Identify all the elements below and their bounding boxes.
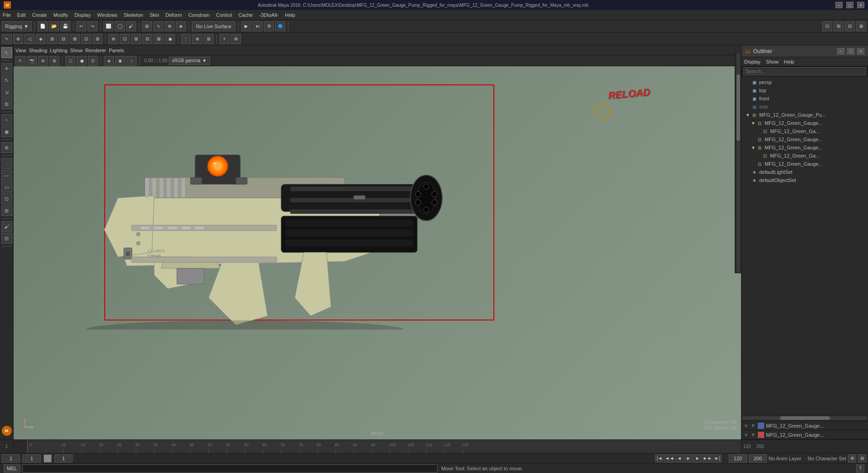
menu-control[interactable]: Control xyxy=(216,12,232,18)
snap-curve-btn[interactable]: ∿ xyxy=(153,21,163,31)
tool13-btn[interactable]: ⊟ xyxy=(142,34,152,44)
tool18-btn[interactable]: ⊞ xyxy=(204,34,214,44)
menu-cache[interactable]: Cache xyxy=(239,12,253,18)
vp-wireframe-btn[interactable]: ◻ xyxy=(65,56,75,66)
vertex-tool[interactable]: · xyxy=(1,158,12,169)
layout-btn[interactable]: ⊟ xyxy=(845,21,855,31)
tree-item-mfg-child2[interactable]: ⊡ MFG_12_Green_Gauge... xyxy=(741,135,868,143)
current-frame-input[interactable] xyxy=(2,454,20,463)
lasso-mode-btn[interactable]: ◯ xyxy=(115,21,125,31)
select-mode-btn[interactable]: ⬜ xyxy=(103,21,113,31)
redo-btn[interactable]: ↪ xyxy=(88,21,98,31)
vp-menu-view[interactable]: View xyxy=(15,48,26,53)
render-toggle-2[interactable]: P xyxy=(751,432,756,438)
snap-view-btn[interactable]: ◈ xyxy=(176,21,186,31)
uv-tool[interactable]: ⊡ xyxy=(1,193,12,204)
outliner-close-btn[interactable]: × xyxy=(857,48,864,54)
lattice-tool[interactable]: ⊟ xyxy=(1,233,12,244)
vp-grid-btn[interactable]: ⊞ xyxy=(49,56,59,66)
menu-help[interactable]: Help xyxy=(285,12,295,18)
color-profile-dropdown[interactable]: sRGB gamma ▼ xyxy=(169,57,210,65)
snap-grid-btn[interactable]: ⊞ xyxy=(142,21,152,31)
show-manip[interactable]: ⊕ xyxy=(1,142,12,153)
out-menu-show[interactable]: Show xyxy=(766,59,779,64)
vscrollbar-thumb[interactable] xyxy=(736,74,740,140)
menu-windows[interactable]: Windows xyxy=(97,12,117,18)
color-box-btn[interactable] xyxy=(44,454,52,463)
tree-item-front[interactable]: ▣ front xyxy=(741,94,868,103)
tree-item-top[interactable]: ▣ top xyxy=(741,86,868,94)
tree-item-mfg-group[interactable]: ▼ ⊞ MFG_12_Green_Gauge_Pu... xyxy=(741,111,868,119)
menu-edit[interactable]: Edit xyxy=(17,12,26,18)
command-input[interactable] xyxy=(23,465,438,472)
prev-frame-btn[interactable]: ◄ xyxy=(675,454,683,463)
go-start-btn[interactable]: |◄ xyxy=(655,454,663,463)
vp-menu-lighting[interactable]: Lighting xyxy=(50,48,68,53)
vp-isolate-btn[interactable]: ◈ xyxy=(104,56,114,66)
scale-tool[interactable]: ⇲ xyxy=(1,87,12,98)
minimize-button[interactable]: − xyxy=(835,2,843,8)
tree-item-mfg-sub1[interactable]: ⊡ MFG_12_Green_Ga... xyxy=(741,127,868,135)
menu-create[interactable]: Create xyxy=(32,12,47,18)
new-scene-btn[interactable]: 📄 xyxy=(38,21,48,31)
maximize-button[interactable]: □ xyxy=(846,2,853,8)
move-tool[interactable]: ✛ xyxy=(1,63,12,74)
select-tool[interactable]: ↖ xyxy=(1,47,12,58)
ui-mode-btn[interactable]: ⊞ xyxy=(834,21,844,31)
edge-tool[interactable]: — xyxy=(1,170,12,181)
tree-item-mfg-sub2[interactable]: ⊡ MFG_12_Green_Ga... xyxy=(741,152,868,160)
tool17-btn[interactable]: ⊕ xyxy=(192,34,202,44)
help-line-btn[interactable]: ? xyxy=(856,464,864,473)
menu-skeleton[interactable]: Skeleton xyxy=(124,12,143,18)
menu-3dtall[interactable]: -3DtoAll- xyxy=(259,12,278,18)
rotate-tool[interactable]: ↻ xyxy=(1,75,12,86)
char-set-btn[interactable]: ⚙ xyxy=(848,454,856,463)
tree-item-mfg-child1[interactable]: ▼ ⊡ MFG_12_Green_Gauge... xyxy=(741,119,868,127)
range-end-3[interactable] xyxy=(749,454,767,463)
vp-display-btn[interactable]: ⊡ xyxy=(88,56,98,66)
pivot-btn[interactable]: ⊕ xyxy=(231,34,241,44)
next-key-btn[interactable]: ►► xyxy=(702,454,712,463)
tree-item-mfg-childgrp[interactable]: ▼ ⊞ MFG_12_Green_Gauge... xyxy=(741,143,868,152)
vp-snap-btn[interactable]: ⊕ xyxy=(38,56,48,66)
soft-mod-tool[interactable]: ○ xyxy=(1,114,12,125)
tool8-btn[interactable]: ⊡ xyxy=(81,34,91,44)
vp-light-btn[interactable]: ◉ xyxy=(115,56,125,66)
face-tool[interactable]: ▭ xyxy=(1,182,12,192)
tool5-btn[interactable]: ⊞ xyxy=(47,34,57,44)
window-controls[interactable]: − □ × xyxy=(835,2,864,8)
vp-menu-panels[interactable]: Panels xyxy=(109,48,124,53)
paint-select-btn[interactable]: 🖌 xyxy=(126,21,136,31)
play-btn[interactable]: ► xyxy=(684,454,692,463)
viewport-3d[interactable]: RELOAD xyxy=(14,66,741,439)
hscrollbar-thumb[interactable] xyxy=(780,416,830,420)
close-button[interactable]: × xyxy=(857,2,864,8)
command-input-area[interactable] xyxy=(22,464,438,473)
paint-weights-tool[interactable]: 🖌 xyxy=(1,221,12,232)
tool15-btn[interactable]: ◉ xyxy=(165,34,175,44)
out-menu-help[interactable]: Help xyxy=(784,59,795,64)
transform-btn[interactable]: + xyxy=(219,34,229,44)
tool16-btn[interactable]: ⋮ xyxy=(181,34,191,44)
go-end-btn[interactable]: ►| xyxy=(713,454,722,463)
universal-manip[interactable]: ⊞ xyxy=(1,99,12,109)
save-scene-btn[interactable]: 💾 xyxy=(60,21,70,31)
move-tool-btn[interactable]: ↖ xyxy=(2,34,12,44)
menu-display[interactable]: Display xyxy=(74,12,91,18)
tree-item-persp[interactable]: ▣ persp xyxy=(741,78,868,86)
hypershade-btn[interactable]: 🔷 xyxy=(275,21,285,31)
tool12-btn[interactable]: ⊞ xyxy=(131,34,141,44)
outliner-vscrollbar[interactable] xyxy=(735,52,741,273)
prev-key-btn[interactable]: ◄◄ xyxy=(664,454,674,463)
out-menu-display[interactable]: Display xyxy=(744,59,761,64)
vp-select-btn[interactable]: ↖ xyxy=(15,56,25,66)
fullscreen-btn[interactable]: ⊠ xyxy=(856,21,866,31)
vp-menu-show[interactable]: Show xyxy=(70,48,83,53)
menu-constrain[interactable]: Constrain xyxy=(188,12,210,18)
tree-item-lightset[interactable]: ◈ defaultLightSet xyxy=(741,168,868,176)
render-settings-btn[interactable]: ⚙ xyxy=(264,21,274,31)
tool7-btn[interactable]: ⊠ xyxy=(70,34,80,44)
undo-btn[interactable]: ↩ xyxy=(76,21,86,31)
outliner-search-input[interactable] xyxy=(743,67,866,75)
outliner-minimize-btn[interactable]: − xyxy=(837,48,844,54)
